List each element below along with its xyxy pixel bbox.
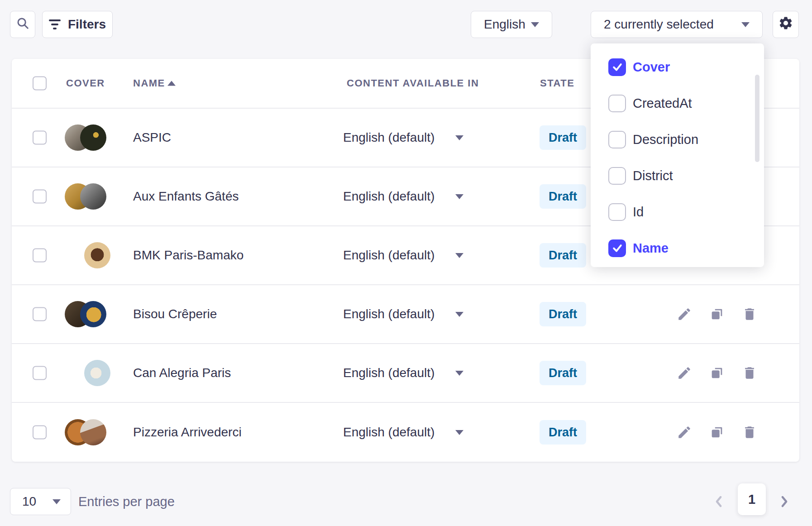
current-page-button[interactable]: 1 bbox=[738, 483, 766, 515]
entry-name: Can Alegria Paris bbox=[133, 366, 231, 380]
chevron-down-icon bbox=[741, 22, 750, 27]
checkbox-checked-icon[interactable] bbox=[608, 58, 626, 76]
row-checkbox[interactable] bbox=[33, 426, 47, 440]
header-content-available-in: CONTENT AVAILABLE IN bbox=[347, 77, 479, 89]
header-name[interactable]: NAME bbox=[133, 77, 165, 89]
edit-icon[interactable] bbox=[677, 306, 692, 322]
locale-select-value: English bbox=[484, 17, 525, 32]
column-option-name[interactable]: Name bbox=[591, 230, 764, 266]
column-option-cover[interactable]: Cover bbox=[591, 49, 764, 85]
duplicate-icon[interactable] bbox=[709, 306, 725, 322]
column-picker-dropdown: Cover CreatedAt Description District Id … bbox=[591, 43, 764, 267]
search-button[interactable] bbox=[10, 11, 35, 38]
locale-dropdown[interactable]: English (default) bbox=[343, 248, 463, 263]
status-badge: Draft bbox=[540, 243, 586, 268]
gear-icon bbox=[778, 15, 793, 34]
next-page-button[interactable] bbox=[775, 493, 793, 511]
locale-dropdown[interactable]: English (default) bbox=[343, 130, 463, 145]
column-picker-value: 2 currently selected bbox=[604, 17, 714, 32]
chevron-down-icon bbox=[455, 371, 463, 376]
entry-name: Bisou Crêperie bbox=[133, 307, 217, 321]
cover-photo bbox=[80, 183, 106, 210]
row-checkbox[interactable] bbox=[33, 366, 47, 380]
row-checkbox[interactable] bbox=[33, 249, 47, 263]
row-checkbox[interactable] bbox=[33, 131, 47, 145]
locale-dropdown[interactable]: English (default) bbox=[343, 307, 463, 321]
checkbox-unchecked-icon[interactable] bbox=[608, 203, 626, 221]
status-badge: Draft bbox=[540, 184, 586, 209]
entry-name: ASPIC bbox=[133, 130, 171, 145]
chevron-down-icon bbox=[455, 253, 463, 258]
previous-page-button[interactable] bbox=[710, 493, 728, 511]
status-badge: Draft bbox=[540, 361, 586, 385]
chevron-down-icon bbox=[455, 312, 463, 317]
edit-icon[interactable] bbox=[677, 365, 692, 381]
search-icon bbox=[16, 16, 29, 33]
header-cover: COVER bbox=[66, 77, 105, 89]
row-checkbox[interactable] bbox=[33, 190, 47, 204]
checkbox-unchecked-icon[interactable] bbox=[608, 95, 626, 112]
table-row[interactable]: Bisou Crêperie English (default) Draft bbox=[12, 285, 799, 344]
row-actions bbox=[677, 425, 757, 440]
table-row[interactable]: Can Alegria Paris English (default) Draf… bbox=[12, 344, 799, 403]
select-all-checkbox[interactable] bbox=[33, 77, 47, 91]
chevron-down-icon bbox=[53, 499, 61, 504]
entry-name: Pizzeria Arrivederci bbox=[133, 425, 242, 440]
locale-dropdown[interactable]: English (default) bbox=[343, 189, 463, 204]
entry-name: BMK Paris-Bamako bbox=[133, 248, 244, 263]
chevron-down-icon bbox=[531, 22, 539, 27]
cover-photo bbox=[84, 360, 110, 386]
column-option-id[interactable]: Id bbox=[591, 194, 764, 230]
cover-photo bbox=[80, 124, 106, 151]
locale-dropdown[interactable]: English (default) bbox=[343, 366, 463, 380]
edit-icon[interactable] bbox=[677, 425, 692, 440]
entry-name: Aux Enfants Gâtés bbox=[133, 189, 239, 204]
table-row[interactable]: Pizzeria Arrivederci English (default) D… bbox=[12, 403, 799, 462]
chevron-down-icon bbox=[455, 135, 463, 140]
status-badge: Draft bbox=[540, 302, 586, 326]
cover-photo bbox=[80, 419, 106, 445]
filters-button-label: Filters bbox=[68, 17, 106, 32]
delete-icon[interactable] bbox=[742, 365, 757, 381]
chevron-down-icon bbox=[455, 194, 463, 199]
delete-icon[interactable] bbox=[742, 306, 757, 322]
entries-per-page-value: 10 bbox=[22, 494, 36, 509]
cover-photo bbox=[84, 242, 110, 268]
scrollbar-thumb[interactable] bbox=[755, 75, 759, 162]
entries-per-page-label: Entries per page bbox=[78, 488, 175, 515]
column-option-createdat[interactable]: CreatedAt bbox=[591, 85, 764, 121]
duplicate-icon[interactable] bbox=[709, 425, 725, 440]
row-actions bbox=[677, 365, 757, 381]
sort-asc-icon[interactable] bbox=[167, 81, 176, 86]
duplicate-icon[interactable] bbox=[709, 365, 725, 381]
header-state: STATE bbox=[540, 77, 574, 89]
locale-select[interactable]: English bbox=[471, 11, 552, 38]
checkbox-unchecked-icon[interactable] bbox=[608, 131, 626, 148]
locale-dropdown[interactable]: English (default) bbox=[343, 425, 463, 440]
filters-button[interactable]: Filters bbox=[42, 11, 113, 38]
settings-button[interactable] bbox=[773, 11, 799, 38]
column-picker-select[interactable]: 2 currently selected bbox=[591, 11, 763, 38]
chevron-down-icon bbox=[455, 430, 463, 435]
column-option-district[interactable]: District bbox=[591, 158, 764, 194]
checkbox-checked-icon[interactable] bbox=[608, 239, 626, 257]
status-badge: Draft bbox=[540, 125, 586, 150]
status-badge: Draft bbox=[540, 420, 586, 445]
row-actions bbox=[677, 306, 757, 322]
filter-icon bbox=[49, 19, 61, 29]
delete-icon[interactable] bbox=[742, 425, 757, 440]
checkbox-unchecked-icon[interactable] bbox=[608, 167, 626, 185]
entries-per-page-select[interactable]: 10 bbox=[10, 488, 71, 515]
column-option-description[interactable]: Description bbox=[591, 121, 764, 158]
row-checkbox[interactable] bbox=[33, 307, 47, 321]
cover-photo bbox=[80, 301, 106, 327]
